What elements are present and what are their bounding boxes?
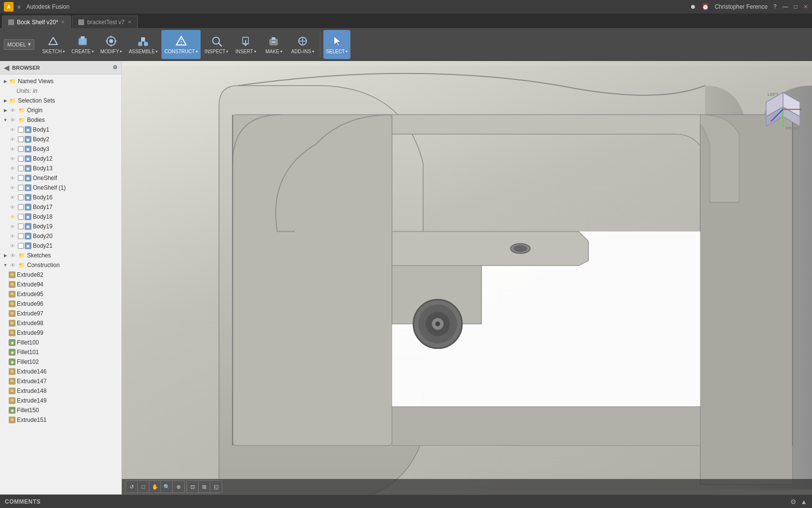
body13-label: Body13 [33, 165, 119, 172]
comments-expand-icon[interactable]: ▲ [800, 498, 807, 506]
nav-cube[interactable]: LEFT FRONT [764, 90, 802, 134]
tab-bookshelf[interactable]: Book Shelf v20* ✕ [2, 15, 71, 28]
tree-item-extrude151[interactable]: ⧉ Extrude151 [0, 415, 121, 425]
tab-close-brackettest[interactable]: ✕ [128, 19, 131, 25]
tree-item-extrude149[interactable]: ⧉ Extrude149 [0, 396, 121, 405]
vp-zoom-btn[interactable]: 🔍 [161, 481, 173, 493]
tree-item-body2[interactable]: 👁 ▣ Body2 [0, 134, 121, 144]
toolbar-modify[interactable]: MODIFY▾ [98, 30, 125, 59]
body16-checkbox[interactable] [18, 194, 24, 200]
vp-fit-btn[interactable]: □ [138, 481, 149, 493]
expand-sketches[interactable]: ▶ [2, 252, 9, 259]
menu-item[interactable]: ≡ [17, 4, 20, 10]
tree-item-fillet150[interactable]: ◉ Fillet150 [0, 405, 121, 415]
tree-item-extrude146[interactable]: ⧉ Extrude146 [0, 367, 121, 376]
tree-item-oneshelf[interactable]: 👁 ▣ OneShelf [0, 173, 121, 183]
tree-item-extrude148[interactable]: ⧉ Extrude148 [0, 386, 121, 396]
tree-item-selection-sets[interactable]: ▶ 📁 Selection Sets [0, 96, 121, 105]
units-label: Units: in [16, 88, 119, 94]
tree-item-body12[interactable]: 👁 ▣ Body12 [0, 154, 121, 164]
toolbar-addins[interactable]: ADD-INS▾ [288, 30, 317, 59]
tree-item-body18[interactable]: 👁 ▣ Body18 [0, 212, 121, 222]
title-bar: A ≡ Autodesk Fusion ⏺ ⏰ Christopher Fere… [0, 0, 812, 14]
app-title: Autodesk Fusion [26, 3, 690, 10]
toolbar-select[interactable]: SELECT▾ [323, 30, 351, 59]
clock-icon[interactable]: ⏰ [702, 3, 709, 10]
body1-checkbox[interactable] [18, 127, 24, 133]
tab-close-bookshelf[interactable]: ✕ [61, 19, 65, 25]
tree-item-body16[interactable]: 👁 ▣ Body16 [0, 193, 121, 202]
tab-brackettest[interactable]: bracketTest v7 ✕ [72, 15, 137, 28]
window-close[interactable]: ✕ [803, 3, 808, 10]
body17-checkbox[interactable] [18, 204, 24, 210]
toolbar-sketch[interactable]: SKETCH▾ [39, 30, 68, 59]
body17-eye: 👁 [9, 203, 16, 211]
expand-selection-sets[interactable]: ▶ [2, 97, 9, 104]
tree-item-body19[interactable]: 👁 ▣ Body19 [0, 222, 121, 231]
tree-item-extrude94[interactable]: ⧉ Extrude94 [0, 280, 121, 289]
vp-display3-btn[interactable]: ◱ [210, 481, 222, 493]
toolbar-create[interactable]: CREATE▾ [69, 30, 97, 59]
tree-item-extrude147[interactable]: ⧉ Extrude147 [0, 376, 121, 386]
tree-item-fillet102[interactable]: ◉ Fillet102 [0, 357, 121, 367]
tree-item-sketches[interactable]: ▶ 👁 📁 Sketches [0, 251, 121, 260]
oneshelf1-checkbox[interactable] [18, 185, 24, 191]
browser-header: ◀ BROWSER ⚙ [0, 61, 121, 75]
tree-item-extrude95[interactable]: ⧉ Extrude95 [0, 289, 121, 299]
help-icon[interactable]: ? [773, 3, 777, 10]
tree-item-body1[interactable]: 👁 ▣ Body1 [0, 125, 121, 134]
viewport[interactable]: LEFT FRONT › ↺ □ ✋ 🔍 ⊕ ⊡ ⊞ ◱ [122, 61, 812, 494]
tree-item-body13[interactable]: 👁 ▣ Body13 [0, 164, 121, 173]
tree-item-construction[interactable]: ▼ 👁 📁 Construction [0, 260, 121, 270]
window-min[interactable]: — [783, 3, 788, 10]
tree-item-extrude99[interactable]: ⧉ Extrude99 [0, 328, 121, 338]
tree-item-extrude82[interactable]: ⧉ Extrude82 [0, 270, 121, 280]
vp-display2-btn[interactable]: ⊞ [199, 481, 210, 493]
tree-item-oneshelf1[interactable]: 👁 ▣ OneShelf (1) [0, 183, 121, 193]
tree-item-bodies[interactable]: ▼ 👁 📁 Bodies [0, 115, 121, 125]
vp-pan-btn[interactable]: ✋ [149, 481, 161, 493]
tree-item-body3[interactable]: 👁 ▣ Body3 [0, 144, 121, 154]
toolbar-inspect[interactable]: INSPECT▾ [202, 30, 231, 59]
expand-bodies[interactable]: ▼ [2, 117, 9, 123]
tree-item-body20[interactable]: 👁 ▣ Body20 [0, 231, 121, 241]
tree-item-body17[interactable]: 👁 ▣ Body17 [0, 202, 121, 212]
vp-orbit2-btn[interactable]: ⊕ [173, 481, 184, 493]
body18-checkbox[interactable] [18, 214, 24, 220]
oneshelf-checkbox[interactable] [18, 175, 24, 181]
tree-item-origin[interactable]: ▶ 👁 📁 Origin [0, 105, 121, 115]
expand-construction[interactable]: ▼ [2, 262, 9, 269]
extrude151-label: Extrude151 [17, 417, 119, 423]
browser-settings-icon[interactable]: ⚙ [113, 64, 117, 71]
toolbar-insert[interactable]: INSERT▾ [232, 30, 259, 59]
body21-checkbox[interactable] [18, 243, 24, 249]
tree-item-fillet101[interactable]: ◉ Fillet101 [0, 347, 121, 357]
body13-checkbox[interactable] [18, 165, 24, 171]
tree-item-extrude97[interactable]: ⧉ Extrude97 [0, 309, 121, 318]
window-max[interactable]: □ [794, 3, 798, 10]
tree-item-body21[interactable]: 👁 ▣ Body21 [0, 241, 121, 251]
toolbar-assemble[interactable]: ASSEMBLE▾ [126, 30, 160, 59]
tree-item-extrude98[interactable]: ⧉ Extrude98 [0, 318, 121, 328]
body20-checkbox[interactable] [18, 233, 24, 239]
record-icon[interactable]: ⏺ [690, 3, 696, 10]
expand-origin[interactable]: ▶ [2, 107, 9, 114]
tree-item-fillet100[interactable]: ◉ Fillet100 [0, 338, 121, 347]
body19-checkbox[interactable] [18, 224, 24, 229]
body3-checkbox[interactable] [18, 146, 24, 152]
expand-named-views[interactable]: ▶ [2, 78, 9, 85]
body2-checkbox[interactable] [18, 136, 24, 142]
folder-icon-origin: 📁 [18, 106, 26, 114]
vp-orbit-btn[interactable]: ↺ [126, 481, 138, 493]
vp-display1-btn[interactable]: ⊡ [187, 481, 199, 493]
comments-settings-icon[interactable]: ⚙ [790, 498, 797, 506]
body12-checkbox[interactable] [18, 156, 24, 162]
tree-item-extrude96[interactable]: ⧉ Extrude96 [0, 299, 121, 309]
viewport-right-arrow[interactable]: › [808, 273, 810, 282]
model-selector[interactable]: MODEL ▾ [4, 39, 34, 50]
toolbar-make[interactable]: MAKE▾ [260, 30, 287, 59]
user-name[interactable]: Christopher Ference [715, 3, 768, 10]
toolbar-construct[interactable]: CONSTRUCT▾ [161, 30, 201, 59]
browser-collapse-icon[interactable]: ◀ [4, 64, 9, 72]
tree-item-named-views[interactable]: ▶ 📁 Named Views [0, 76, 121, 86]
